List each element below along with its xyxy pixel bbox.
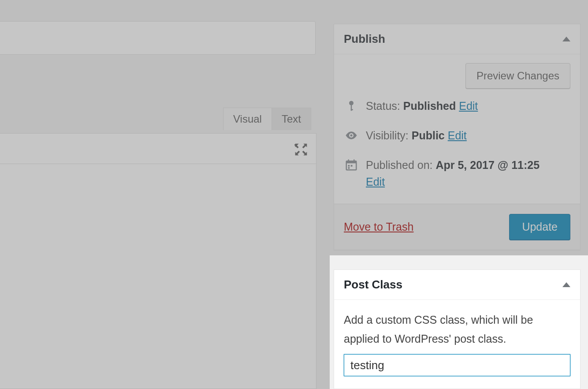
- post-class-input[interactable]: [344, 354, 570, 376]
- svg-rect-11: [354, 159, 355, 162]
- svg-rect-14: [348, 167, 350, 169]
- move-to-trash-link[interactable]: Move to Trash: [344, 221, 413, 233]
- collapse-up-icon: [562, 37, 570, 41]
- publish-metabox: Publish Preview Changes Status: Publishe…: [334, 24, 581, 250]
- tab-text[interactable]: Text: [272, 108, 311, 130]
- svg-point-4: [349, 101, 354, 105]
- visibility-label: Visibility:: [366, 129, 409, 142]
- status-label: Status:: [366, 100, 400, 112]
- visibility-row: Visibility: Public Edit: [345, 127, 570, 144]
- svg-rect-13: [351, 165, 353, 167]
- collapse-up-icon: [562, 282, 570, 287]
- fullscreen-icon[interactable]: [294, 142, 308, 157]
- published-label: Published on:: [366, 159, 433, 171]
- key-icon: [345, 99, 358, 112]
- edit-status-link[interactable]: Edit: [459, 100, 478, 112]
- svg-point-7: [350, 134, 353, 136]
- post-class-metabox: Post Class Add a custom CSS class, which…: [334, 269, 581, 389]
- editor-area: Visual Text: [0, 0, 317, 389]
- publish-title: Publish: [344, 32, 385, 46]
- post-title-input[interactable]: [0, 21, 316, 55]
- eye-icon: [345, 129, 358, 142]
- svg-rect-9: [346, 161, 357, 163]
- publish-header[interactable]: Publish: [334, 24, 580, 54]
- svg-rect-6: [351, 109, 353, 111]
- status-row: Status: Published Edit: [345, 97, 570, 115]
- preview-changes-button[interactable]: Preview Changes: [465, 63, 570, 89]
- visibility-value: Public: [412, 129, 445, 142]
- published-row: Published on: Apr 5, 2017 @ 11:25 Edit: [345, 157, 570, 191]
- publish-body: Preview Changes Status: Published Edit: [334, 54, 580, 204]
- editor-content[interactable]: [0, 164, 316, 389]
- publish-footer: Move to Trash Update: [334, 204, 580, 250]
- editor-tabs: Visual Text: [223, 108, 311, 130]
- svg-rect-12: [348, 165, 350, 167]
- status-value: Published: [403, 100, 456, 112]
- sidebar: Publish Preview Changes Status: Publishe…: [334, 24, 581, 389]
- post-class-header[interactable]: Post Class: [334, 270, 580, 300]
- edit-published-link[interactable]: Edit: [366, 176, 385, 188]
- edit-visibility-link[interactable]: Edit: [448, 129, 467, 142]
- published-value: Apr 5, 2017 @ 11:25: [435, 159, 540, 171]
- svg-rect-10: [348, 159, 350, 162]
- post-class-body: Add a custom CSS class, which will be ap…: [334, 300, 580, 389]
- calendar-icon: [345, 158, 358, 172]
- editor-toolbar: [0, 133, 316, 164]
- update-button[interactable]: Update: [509, 214, 570, 240]
- post-class-title: Post Class: [344, 278, 402, 292]
- post-class-description: Add a custom CSS class, which will be ap…: [344, 310, 570, 348]
- tab-visual[interactable]: Visual: [223, 108, 272, 130]
